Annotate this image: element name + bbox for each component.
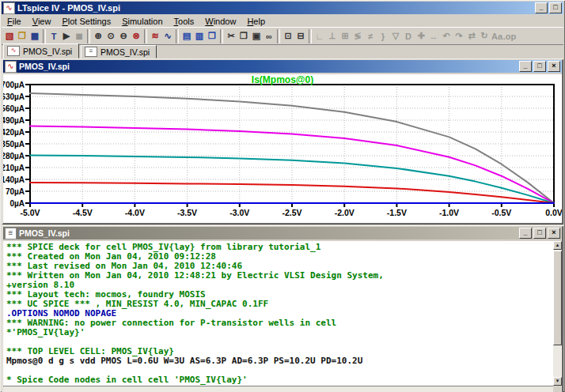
drag-icon: ↔ — [427, 28, 440, 43]
mirror-icon: ⇄ — [465, 28, 478, 43]
horizontal-scrollbar[interactable] — [3, 386, 553, 392]
text-tool-icon: Aa — [491, 28, 503, 43]
netlist-line: *** WARNING: no power connection for P-t… — [6, 318, 553, 328]
netlist-minimize-button[interactable]: _ — [519, 228, 532, 239]
scrollbar-thumb[interactable] — [553, 251, 562, 345]
component-icon: D — [402, 28, 415, 43]
x-axis-label: -5.0V — [20, 208, 40, 217]
zoom-full-extents-icon[interactable]: ⊗ — [130, 28, 142, 43]
netlist-titlebar[interactable]: ≡ PMOS_IV.spi _□× — [3, 227, 562, 239]
netlist-window-title: PMOS_IV.spi — [19, 228, 519, 238]
x-axis-label: -3.0V — [229, 208, 249, 217]
netlist-close-button[interactable]: × — [548, 228, 560, 239]
waveform-window-controls: _□× — [519, 61, 560, 72]
print-preview-icon[interactable]: ⊡ — [282, 28, 294, 43]
capacitor-icon: ≠ — [364, 28, 377, 43]
inductor-icon: } — [377, 28, 389, 43]
menu-view[interactable]: View — [27, 16, 57, 27]
waveform-plot-area[interactable]: Is(Mpmos@0) 0µA70µA140µA210µA280µA350µA4… — [3, 74, 562, 223]
ltspice-logo-icon: ∿ — [3, 2, 15, 14]
netlist-window: ≡ PMOS_IV.spi _□× *** SPICE deck for cel… — [2, 225, 563, 392]
y-axis-label: 490µA — [3, 116, 25, 125]
tile-horizontal-icon[interactable]: ▤ — [180, 28, 193, 43]
tab-pmos_iv-spi-1[interactable]: ≡PMOS_IV.spi — [81, 45, 157, 58]
paste-icon[interactable]: ▣ — [250, 28, 263, 43]
menu-tools[interactable]: Tools — [169, 16, 200, 27]
y-axis-label: 210µA — [3, 164, 25, 172]
window-controls: _□ — [535, 2, 562, 13]
undo-icon: ↶ — [440, 28, 453, 43]
waveform-minimize-button[interactable]: _ — [519, 61, 532, 72]
iv-curves-chart[interactable]: 0µA70µA140µA210µA280µA350µA420µA490µA560… — [3, 74, 562, 223]
trace-red — [30, 183, 554, 203]
halt-simulation-icon: ◼ — [73, 28, 85, 43]
y-axis-label: 140µA — [3, 175, 25, 184]
y-axis-label: 420µA — [3, 128, 25, 137]
menu-help[interactable]: Help — [241, 16, 271, 27]
waveform-window-icon: ∿ — [5, 61, 17, 73]
diode-icon: ▽ — [389, 28, 402, 43]
vertical-scrollbar[interactable]: ▲ ▼ — [553, 241, 562, 386]
zoom-in-icon[interactable]: ⊕ — [92, 28, 104, 43]
toolbar-separator — [277, 29, 280, 43]
waveform-maximize-button[interactable]: □ — [533, 61, 546, 72]
netlist-window-controls: _□× — [519, 228, 560, 239]
menu-simulation[interactable]: Simulation — [116, 16, 168, 27]
find-icon[interactable]: ∞ — [263, 28, 275, 43]
netlist-line: *'PMOS_IV{lay}' — [6, 328, 553, 337]
x-axis-label: -0.5V — [491, 208, 511, 217]
menu-window[interactable]: Window — [199, 16, 241, 27]
plot-settings-icon[interactable]: ∿ — [161, 28, 174, 43]
menu-file[interactable]: File — [2, 16, 27, 27]
redo-icon: ↷ — [453, 28, 465, 43]
zoom-out-icon[interactable]: ⊖ — [117, 28, 130, 43]
main-minimize-button[interactable]: _ — [535, 2, 548, 13]
main-titlebar[interactable]: ∿ LTspice IV - PMOS_IV.spi _□ — [2, 2, 563, 14]
waveform-titlebar[interactable]: ∿ PMOS_IV.spi _□× — [3, 60, 562, 73]
trace-label[interactable]: Is(Mpmos@0) — [3, 74, 562, 85]
y-axis-label: 280µA — [3, 152, 25, 160]
open-file-icon[interactable]: ❒ — [16, 28, 28, 43]
new-schematic-icon[interactable]: ▧ — [3, 28, 16, 43]
x-axis-label: -3.5V — [177, 208, 197, 217]
spice-directive-icon: .op — [503, 28, 516, 43]
scroll-up-arrow-icon[interactable]: ▲ — [553, 241, 562, 250]
print-icon[interactable]: ⊟ — [294, 28, 307, 43]
autorange-y-icon[interactable]: ≋ — [149, 28, 161, 43]
cut-icon[interactable]: ✂ — [225, 28, 237, 43]
netlist-editor[interactable]: *** SPICE deck for cell PMOS_IV{lay} fro… — [3, 241, 553, 386]
move-icon: ✚ — [415, 28, 427, 43]
x-axis-label: -2.5V — [282, 208, 301, 217]
tab-label: PMOS_IV.spi — [100, 47, 150, 57]
tab-bar: ∿PMOS_IV.spi≡PMOS_IV.spi — [2, 45, 563, 58]
scroll-down-arrow-icon[interactable]: ▼ — [553, 377, 562, 386]
waveform-close-button[interactable]: × — [548, 61, 560, 72]
resistor-icon: ≶ — [351, 28, 364, 43]
waveform-window-title: PMOS_IV.spi — [19, 62, 519, 71]
netlist-line: Mpmos@0 d g s vdd PMOS L=0.6U W=3U AS=6.… — [6, 356, 553, 366]
toolbar: ▧❒▦T▶◼⊕⊙⊖⊗≋∿▤▥❐✂❐▣∞⊡⊟∟⟂⊞≶≠}▽D✚↔↶↷⇄↻Aa.op — [2, 27, 563, 45]
x-axis-label: -2.0V — [335, 208, 355, 217]
cascade-windows-icon[interactable]: ❐ — [206, 28, 218, 43]
y-axis-label: 560µA — [3, 104, 25, 113]
x-axis-label: -4.5V — [73, 208, 93, 217]
tile-vertical-icon[interactable]: ▥ — [193, 28, 206, 43]
main-maximize-button[interactable]: □ — [549, 2, 562, 13]
netlist-line: * Spice Code nodes in cell cell 'PMOS_IV… — [6, 375, 553, 385]
x-axis-label: 0.0V — [545, 208, 562, 217]
zoom-area-icon[interactable]: ⊙ — [104, 28, 117, 43]
y-axis-label: 70µA — [6, 187, 25, 196]
save-icon[interactable]: ▦ — [28, 28, 41, 43]
run-simulation-icon[interactable]: ▶ — [60, 28, 73, 43]
netlist-maximize-button[interactable]: □ — [533, 228, 546, 239]
control-panel-icon[interactable]: T — [47, 28, 60, 43]
menu-plot-settings[interactable]: Plot Settings — [56, 16, 116, 27]
ltspice-application-window: ∿ LTspice IV - PMOS_IV.spi _□ FileViewPl… — [0, 0, 565, 392]
x-axis-label: -1.0V — [439, 208, 459, 217]
toolbar-separator — [309, 29, 312, 43]
copy-icon[interactable]: ❐ — [237, 28, 250, 43]
tab-pmos_iv-spi-0[interactable]: ∿PMOS_IV.spi — [3, 43, 79, 58]
toolbar-separator — [220, 29, 223, 43]
y-axis-label: 350µA — [3, 140, 25, 149]
toolbar-separator — [144, 29, 147, 43]
